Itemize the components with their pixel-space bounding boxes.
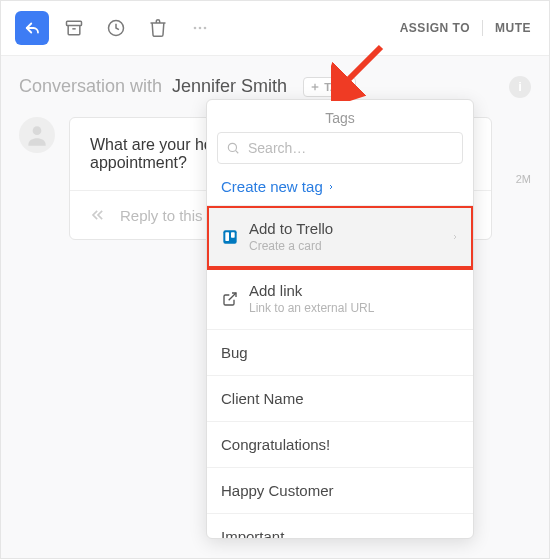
- tag-item-congratulations[interactable]: Congratulations!: [207, 422, 473, 468]
- trello-icon: [221, 228, 239, 246]
- chevron-right-icon: [451, 232, 459, 242]
- create-new-tag-label: Create new tag: [221, 178, 323, 195]
- message-time: 2M: [516, 173, 531, 185]
- tag-item-add-link[interactable]: Add link Link to an external URL: [207, 268, 473, 330]
- svg-point-4: [199, 27, 202, 30]
- svg-rect-11: [223, 230, 236, 243]
- tag-item-sub: Link to an external URL: [249, 301, 374, 315]
- more-button[interactable]: [183, 11, 217, 45]
- svg-point-5: [204, 27, 207, 30]
- reply-all-icon: [88, 205, 108, 225]
- tag-list[interactable]: Add to Trello Create a card Add link Lin…: [207, 205, 473, 538]
- tag-item-label: Happy Customer: [221, 482, 334, 499]
- external-link-icon: [221, 290, 239, 308]
- tag-item-bug[interactable]: Bug: [207, 330, 473, 376]
- snooze-button[interactable]: [99, 11, 133, 45]
- svg-line-16: [341, 47, 381, 87]
- create-new-tag[interactable]: Create new tag: [207, 170, 473, 205]
- tag-item-add-to-trello[interactable]: Add to Trello Create a card: [207, 206, 473, 268]
- annotation-arrow: [331, 41, 391, 101]
- chevron-right-icon: [327, 182, 335, 192]
- assign-to-link[interactable]: ASSIGN TO: [396, 21, 474, 35]
- svg-line-10: [236, 151, 239, 154]
- svg-rect-0: [67, 21, 82, 25]
- reply-button[interactable]: [15, 11, 49, 45]
- tags-dropdown: Tags Create new tag Add to Trello Create…: [206, 99, 474, 539]
- svg-point-9: [228, 143, 236, 151]
- search-icon: [226, 141, 240, 155]
- toolbar: ASSIGN TO MUTE: [1, 1, 549, 56]
- tag-item-label: Congratulations!: [221, 436, 330, 453]
- archive-button[interactable]: [57, 11, 91, 45]
- tag-item-label: Add link: [249, 282, 302, 299]
- tag-search-input[interactable]: [246, 139, 454, 157]
- tag-search[interactable]: [217, 132, 463, 164]
- app-frame: ASSIGN TO MUTE Conversation with Jennife…: [0, 0, 550, 559]
- svg-point-8: [33, 126, 42, 135]
- tag-item-label: Add to Trello: [249, 220, 333, 237]
- tag-item-label: Bug: [221, 344, 248, 361]
- svg-point-3: [194, 27, 197, 30]
- tag-item-happy-customer[interactable]: Happy Customer: [207, 468, 473, 514]
- tags-dropdown-title: Tags: [207, 100, 473, 132]
- tag-item-label: Important: [221, 528, 284, 538]
- svg-line-14: [229, 293, 236, 300]
- toolbar-separator: [482, 20, 483, 36]
- mute-link[interactable]: MUTE: [491, 21, 535, 35]
- conversation-contact-name: Jennifer Smith: [172, 76, 287, 97]
- info-icon[interactable]: i: [509, 76, 531, 98]
- tag-item-sub: Create a card: [249, 239, 333, 253]
- tag-item-client-name[interactable]: Client Name: [207, 376, 473, 422]
- svg-rect-12: [225, 232, 229, 241]
- plus-icon: [310, 82, 320, 92]
- avatar: [19, 117, 55, 153]
- conversation-prefix: Conversation with: [19, 76, 162, 97]
- tag-item-label: Client Name: [221, 390, 304, 407]
- trash-button[interactable]: [141, 11, 175, 45]
- tag-item-important[interactable]: Important: [207, 514, 473, 538]
- svg-rect-13: [231, 232, 235, 237]
